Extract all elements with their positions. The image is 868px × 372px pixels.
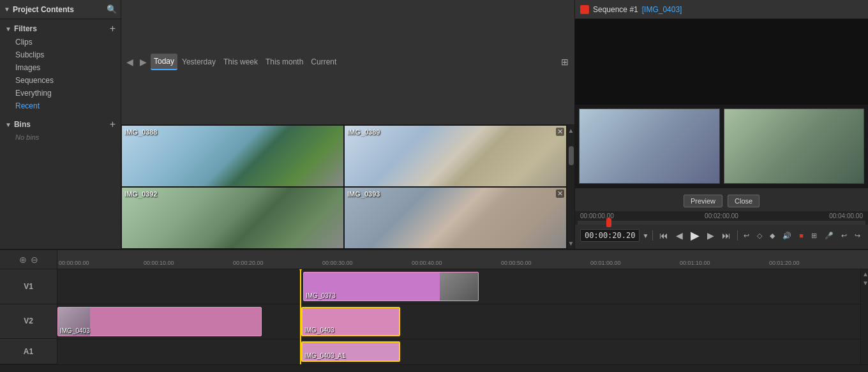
- zoom-in-button[interactable]: ⊕: [19, 255, 27, 265]
- timeline-tracks-scrollbar[interactable]: ▲ ▼: [860, 269, 868, 364]
- timeline-tracks: V1 V2 A1 IMG_0373: [0, 269, 868, 364]
- ruler-mark-5: 00:00:50.00: [501, 260, 532, 266]
- go-start-button[interactable]: ⏮: [657, 229, 671, 242]
- bins-header[interactable]: ▼ Bins +: [0, 117, 121, 131]
- clip-block-0373[interactable]: IMG_0373: [303, 272, 479, 301]
- add-bin-button[interactable]: +: [110, 119, 116, 130]
- bins-triangle-icon: ▼: [5, 121, 11, 128]
- clip-thumb-0388[interactable]: IMG_0388: [121, 125, 344, 187]
- preview-thumb-2[interactable]: [724, 108, 865, 184]
- mark-out-button[interactable]: ◆: [767, 230, 777, 241]
- preview-button[interactable]: Preview: [684, 195, 722, 207]
- nav-today-button[interactable]: Today: [151, 54, 177, 70]
- prev-frame-button[interactable]: ◀: [673, 229, 685, 242]
- tc-dropdown-icon[interactable]: ▼: [642, 232, 648, 239]
- track-row-v2: IMG_0403 IMG_0403: [57, 304, 860, 339]
- clip-label-0392: IMG_0392: [124, 190, 157, 198]
- zoom-out-button[interactable]: ⊖: [31, 255, 38, 265]
- track-label-col: V1 V2 A1: [0, 269, 57, 364]
- middle-panel: ◀ ▶ Today Yesterday This week This month…: [121, 0, 574, 249]
- track-row-a1: IMG_0403_A1: [57, 339, 860, 364]
- preview-btn-row: Preview Close: [680, 191, 763, 211]
- clip-thumb-0392[interactable]: IMG_0392: [121, 187, 344, 249]
- undo-btn[interactable]: ↩: [839, 230, 849, 241]
- clip-block-a1[interactable]: IMG_0403_A1: [301, 341, 400, 362]
- mic-btn[interactable]: 🎤: [822, 230, 836, 241]
- match-frame-btn[interactable]: ⊞: [809, 230, 819, 241]
- timeline-header: ⊕ ⊖ 00:00:00.00 00:00:10.00 00:00:20.00 …: [0, 250, 868, 269]
- filters-triangle-icon: ▼: [5, 26, 11, 33]
- clip-label-0388: IMG_0388: [124, 128, 157, 136]
- sidebar-item-images[interactable]: Images: [0, 61, 121, 74]
- sidebar-item-sequences[interactable]: Sequences: [0, 74, 121, 87]
- sequence-icon: [580, 5, 589, 14]
- sidebar-item-subclips[interactable]: Subclips: [0, 48, 121, 61]
- track-row-v1: IMG_0373: [57, 269, 860, 304]
- tracks-content: IMG_0373 IMG_0403 IMG_0403 IMG_0403_A1: [57, 269, 860, 364]
- timeline-track-labels-header: ⊕ ⊖: [0, 250, 57, 269]
- no-bins-label: No bins: [0, 131, 121, 143]
- scroll-down-arrow[interactable]: ▼: [568, 238, 574, 249]
- clip-block-v2-0403b[interactable]: IMG_0403: [301, 307, 400, 336]
- nav-this-week-button[interactable]: This week: [220, 54, 261, 70]
- audio-btn[interactable]: 🔊: [780, 230, 794, 241]
- clip-label-0393: IMG_0393: [347, 190, 380, 198]
- track-scroll-down[interactable]: ▼: [861, 278, 868, 288]
- preview-header: Sequence #1 [IMG_0403]: [575, 0, 868, 19]
- nav-forward-button[interactable]: ▶: [137, 56, 149, 68]
- clip-thumb-0393[interactable]: IMG_0393 ✕: [344, 187, 567, 249]
- bins-title: Bins: [14, 120, 31, 129]
- video-btn[interactable]: ■: [797, 230, 806, 241]
- panel-title: Project Contents: [13, 5, 74, 14]
- track-scroll-up[interactable]: ▲: [861, 269, 868, 279]
- ruler-mark-6: 00:01:00.00: [590, 260, 621, 266]
- nav-yesterday-button[interactable]: Yesterday: [179, 54, 219, 70]
- preview-controls: Preview Close 00:00:00.00 00:02:00.00 00…: [575, 188, 868, 249]
- preview-area: [575, 19, 868, 188]
- controls-row: 00:00:20.20 ▼ ⏮ ◀ ▶ ▶ ⏭ ↩ ◇ ◆ 🔊 ■ ⊞ 🎤 ↩ …: [575, 225, 868, 246]
- sidebar-item-clips[interactable]: Clips: [0, 36, 121, 48]
- clip-close-0393[interactable]: ✕: [556, 190, 564, 198]
- timeline-area: ⊕ ⊖ 00:00:00.00 00:00:10.00 00:00:20.00 …: [0, 249, 868, 372]
- clip-label-0389: IMG_0389: [347, 128, 380, 136]
- mark-in-button[interactable]: ◇: [754, 230, 765, 241]
- next-frame-button[interactable]: ▶: [705, 229, 717, 242]
- go-end-button[interactable]: ⏭: [719, 229, 733, 242]
- current-timecode: 00:00:20.20: [580, 229, 640, 242]
- nav-back-button[interactable]: ◀: [124, 56, 136, 68]
- sidebar-item-everything[interactable]: Everything: [0, 87, 121, 100]
- timeline-ruler[interactable]: 00:00:00.00 00:00:10.00 00:00:20.00 00:0…: [57, 250, 860, 269]
- scroll-up-arrow[interactable]: ▲: [568, 125, 574, 136]
- play-button[interactable]: ▶: [688, 227, 702, 244]
- loop-button[interactable]: ↩: [741, 230, 752, 241]
- redo-btn[interactable]: ↪: [852, 230, 863, 241]
- clip-thumb-0389[interactable]: IMG_0389 ✕: [344, 125, 567, 187]
- timeline-h-scrollbar[interactable]: [0, 364, 868, 372]
- clip-close-0389[interactable]: ✕: [556, 128, 564, 136]
- grid-view-button[interactable]: ⊞: [558, 56, 572, 68]
- ruler-mark-1: 00:00:10.00: [144, 260, 174, 266]
- tc-end: 00:04:00.00: [829, 212, 863, 219]
- clip-block-v2-0403a[interactable]: IMG_0403: [57, 307, 262, 336]
- tc-mid: 00:02:00.00: [705, 212, 738, 219]
- timecode-bar[interactable]: [578, 221, 865, 225]
- preview-thumb-1[interactable]: [579, 108, 720, 184]
- close-preview-button[interactable]: Close: [728, 195, 760, 207]
- sidebar-item-recent[interactable]: Recent: [0, 100, 121, 112]
- search-icon[interactable]: 🔍: [107, 4, 117, 14]
- ruler-mark-4: 00:00:40.00: [412, 260, 442, 266]
- ruler-mark-8: 00:01:20.00: [769, 260, 800, 266]
- playhead[interactable]: [300, 269, 301, 364]
- add-filter-button[interactable]: +: [110, 24, 116, 34]
- timecode-marker[interactable]: [606, 218, 611, 227]
- ruler-mark-3: 00:00:30.00: [322, 260, 353, 266]
- ruler-mark-0: 00:00:00.00: [59, 260, 89, 266]
- nav-current-button[interactable]: Current: [308, 54, 340, 70]
- ruler-mark-2: 00:00:20.00: [233, 260, 264, 266]
- nav-this-month-button[interactable]: This month: [262, 54, 306, 70]
- filters-header[interactable]: ▼ Filters +: [0, 22, 121, 36]
- scroll-thumb[interactable]: [569, 146, 574, 165]
- track-label-v2: V2: [0, 304, 57, 339]
- browser-scrollbar[interactable]: ▲ ▼: [567, 125, 574, 249]
- ruler-mark-7: 00:01:10.00: [680, 260, 710, 266]
